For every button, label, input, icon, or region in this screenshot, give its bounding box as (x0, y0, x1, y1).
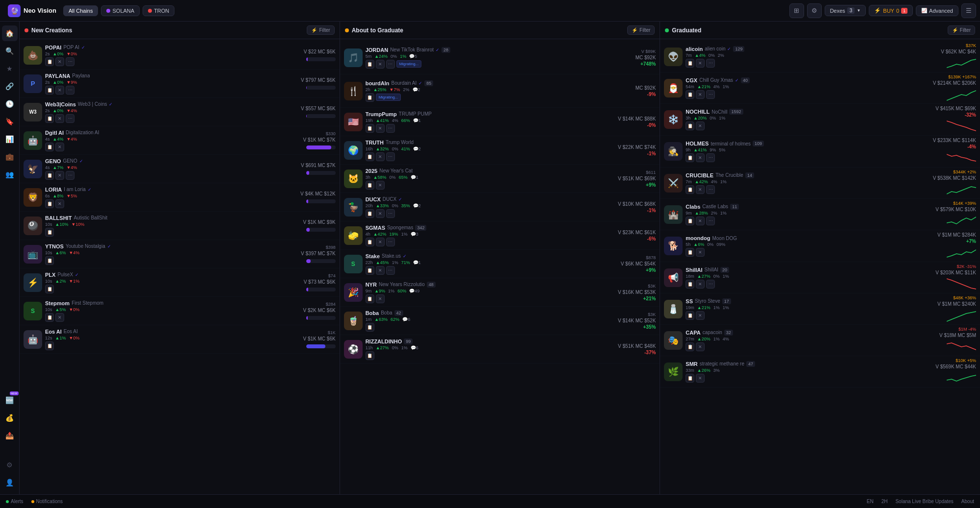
copy-btn-paylana[interactable]: 📋 (45, 86, 54, 95)
more-btn-shillai[interactable]: ⋯ (706, 280, 715, 289)
x-btn-popai[interactable]: ✕ (55, 57, 64, 66)
copy-btn-shillai[interactable]: 📋 (686, 280, 694, 289)
token-row-sgmas[interactable]: 🧽 SGMAS Spongemas 342 4h ▲42% 19% 1% (340, 221, 660, 250)
token-row-rizzaldinho[interactable]: ⚽ RIZZALDINHO 99 11h ▲27% 0% 1% 💬6 (340, 335, 660, 363)
token-row-stepmom[interactable]: S Stepmom First Stepmom 10s ▲5% ▼0% 📋 (20, 297, 340, 325)
x-btn-stepmom[interactable]: ✕ (55, 313, 64, 322)
x-btn-alicoin[interactable]: ✕ (696, 59, 705, 68)
x-btn-paylana[interactable]: ✕ (55, 86, 64, 95)
token-row-ss[interactable]: 🧂 SS Styro Steve 17 19m ▲21% 1% 1% (660, 293, 980, 325)
token-row-geno[interactable]: 🦅 GENO GENO ✓ 4s ▲7% ▼4% (20, 155, 340, 183)
token-row-shillai[interactable]: 📢 ShillAI ShillAI 20 18m ▲27% 0% 1% (660, 262, 980, 293)
copy-btn-bourdain[interactable]: 📋 (366, 93, 374, 102)
sidebar-earn[interactable]: 💰 (2, 410, 18, 426)
token-row-cgx[interactable]: 🎅 CGX Chill Guy Xmas ✓ 40 54m ▲21% 4% (660, 73, 980, 104)
x-btn-stake[interactable]: ✕ (376, 266, 385, 275)
chain-all[interactable]: All Chains (63, 5, 98, 16)
more-btn-sgmas[interactable]: ⋯ (386, 238, 395, 246)
copy-btn-web3coins[interactable]: 📋 (45, 114, 54, 123)
token-row-loria[interactable]: 🦁 LORIA I am Loria ✓ 6s ▲8% ▼5% (20, 183, 340, 212)
x-btn-nyr[interactable]: ✕ (376, 294, 385, 303)
sidebar-share[interactable]: 📤 (2, 428, 18, 443)
more-btn-crucible[interactable]: ⋯ (706, 185, 715, 194)
copy-btn-rizzaldinho[interactable]: 📋 (366, 351, 374, 360)
token-row-boba[interactable]: 🧋 Boba Boba 42 1m ▲63% 62% 💬6 (340, 307, 660, 335)
copy-btn-ss[interactable]: 📋 (686, 311, 694, 320)
sidebar-portfolio[interactable]: 💼 (2, 149, 18, 165)
x-btn-trumppump[interactable]: ✕ (376, 124, 385, 133)
chain-solana[interactable]: SOLANA (101, 5, 140, 16)
copy-btn-ducx[interactable]: 📋 (366, 209, 374, 218)
more-btn-jordan[interactable]: ⋯ (386, 60, 395, 69)
graduated-filter[interactable]: ⚡ Filter (948, 25, 975, 35)
token-row-dgitiai[interactable]: 🤖 DgitI AI Digitalization AI 4s ▲4% ▼4% (20, 126, 340, 155)
sidebar-search[interactable]: 🔍 (2, 43, 18, 59)
copy-btn-nochill[interactable]: 📋 (686, 121, 694, 130)
copy-btn-2025[interactable]: 📋 (366, 181, 374, 190)
token-row-2025[interactable]: 🐱 2025 New Year's Cat 3h ▲58% 0% 65% 💬1 (340, 165, 660, 193)
token-row-bourdain[interactable]: 🍴 bourdAIn Bourdain AI ✓ 85 2h ▲25% ▼7% (340, 74, 660, 108)
copy-btn-ytnos[interactable]: 📋 (45, 256, 54, 265)
x-btn-dgitiai[interactable]: ✕ (55, 143, 64, 151)
token-row-stake[interactable]: S Stake Stake.us ✓ 22h ▲45% 1% 71% 💬1 (340, 250, 660, 278)
settings-icon-btn[interactable]: ⚙ (807, 3, 822, 18)
copy-btn-truth[interactable]: 📋 (366, 152, 374, 161)
copy-btn-capa[interactable]: 📋 (686, 342, 694, 351)
copy-btn-stake[interactable]: 📋 (366, 266, 374, 275)
copy-btn-geno[interactable]: 📋 (45, 171, 54, 180)
token-row-web3coins[interactable]: W3 Web3|Coins Web3 | Coins ✓ 2s ▲0% ▼4% (20, 98, 340, 126)
copy-btn-clabs[interactable]: 📋 (686, 217, 694, 225)
copy-btn-plx[interactable]: 📋 (45, 285, 54, 293)
x-btn-clabs[interactable]: ✕ (696, 217, 705, 225)
more-btn-alicoin[interactable]: ⋯ (706, 59, 715, 68)
x-btn-capa[interactable]: ✕ (696, 342, 705, 351)
more-btn-popai[interactable]: ⋯ (66, 57, 74, 66)
buy-button[interactable]: ⚡ BUY 0 1 (869, 5, 913, 16)
copy-btn-boba[interactable]: 📋 (366, 323, 374, 332)
copy-btn-dgitiai[interactable]: 📋 (45, 143, 54, 151)
copy-btn-nyr[interactable]: 📋 (366, 294, 374, 303)
more-btn-trumppump[interactable]: ⋯ (386, 124, 395, 133)
token-row-alicoin[interactable]: 👽 alicoin alien coin ✓ 129 7m ▲4% 0% (660, 41, 980, 73)
x-btn-jordan[interactable]: ✕ (376, 60, 385, 69)
notifications-item[interactable]: Notifications (31, 499, 63, 504)
copy-btn-stepmom[interactable]: 📋 (45, 313, 54, 322)
copy-btn-jordan[interactable]: 📋 (366, 60, 374, 69)
x-btn-2025[interactable]: ✕ (376, 181, 385, 190)
copy-btn-loria[interactable]: 📋 (45, 199, 54, 208)
alerts-item[interactable]: Alerts (6, 499, 24, 504)
token-row-truth[interactable]: 🌍 TRUTH Trump World 16h ▲32% 0% 41% 💬2 (340, 136, 660, 165)
sidebar-home[interactable]: 🏠 (2, 25, 18, 41)
copy-btn-crucible[interactable]: 📋 (686, 185, 694, 194)
copy-btn-smr[interactable]: 📋 (686, 374, 694, 383)
x-btn-ducx[interactable]: ✕ (376, 209, 385, 218)
token-row-nochill[interactable]: ❄️ NOCHILL NoChill 1592 3h ▲20% 0% 1% (660, 104, 980, 136)
about-to-graduate-filter[interactable]: ⚡ Filter (627, 25, 655, 35)
sidebar-settings[interactable]: ⚙ (2, 457, 18, 473)
x-btn-geno[interactable]: ✕ (55, 171, 64, 180)
token-row-paylana[interactable]: P PAYLANA Paylana 2s ▲0% ▼9% 📋 (20, 70, 340, 98)
token-row-trumppump[interactable]: 🇺🇸 TrumpPump TRUMP PUMP 19h ▲41% 4% 66% … (340, 108, 660, 136)
about-item[interactable]: About (961, 499, 974, 504)
copy-btn-trumppump[interactable]: 📋 (366, 124, 374, 133)
token-row-eosai[interactable]: 🤖 Eos AI Eos AI 12s ▲1% ▼0% 📋 (20, 325, 340, 354)
x-btn-moondog[interactable]: ✕ (696, 248, 705, 257)
token-row-ballshit[interactable]: 🎱 BALLSHIT Autistic BallShit 10s ▲10% ▼1… (20, 212, 340, 240)
more-btn-paylana[interactable]: ⋯ (66, 86, 74, 95)
token-row-moondog[interactable]: 🐕 moondog Moon DOG 5h ▲6% 0% 09% (660, 230, 980, 262)
menu-icon-btn[interactable]: ☰ (961, 3, 976, 18)
copy-btn-ballshit[interactable]: 📋 (45, 228, 54, 237)
token-row-popai[interactable]: 💩 POPAI POP AI ✓ 2s ▲0% ▼0% (20, 41, 340, 70)
chart-icon-btn[interactable]: ⊞ (789, 3, 804, 18)
token-row-clabs[interactable]: 🏰 Clabs Castle Labs 11 9m ▲28% 2% 1% (660, 199, 980, 230)
sidebar-history[interactable]: 🕒 (2, 96, 18, 112)
more-btn-stake[interactable]: ⋯ (386, 266, 395, 275)
token-row-nyr[interactable]: 🎉 NYR New Years Rizzolutio 48 9m ▲9% 1% … (340, 278, 660, 307)
copy-btn-moondog[interactable]: 📋 (686, 248, 694, 257)
x-btn-truth[interactable]: ✕ (376, 152, 385, 161)
x-btn-sgmas[interactable]: ✕ (376, 238, 385, 246)
sidebar-new[interactable]: 🆕 (2, 392, 18, 408)
copy-btn-eosai[interactable]: 📋 (45, 341, 54, 350)
more-btn-truth[interactable]: ⋯ (386, 152, 395, 161)
copy-btn-holmes[interactable]: 📋 (686, 153, 694, 162)
